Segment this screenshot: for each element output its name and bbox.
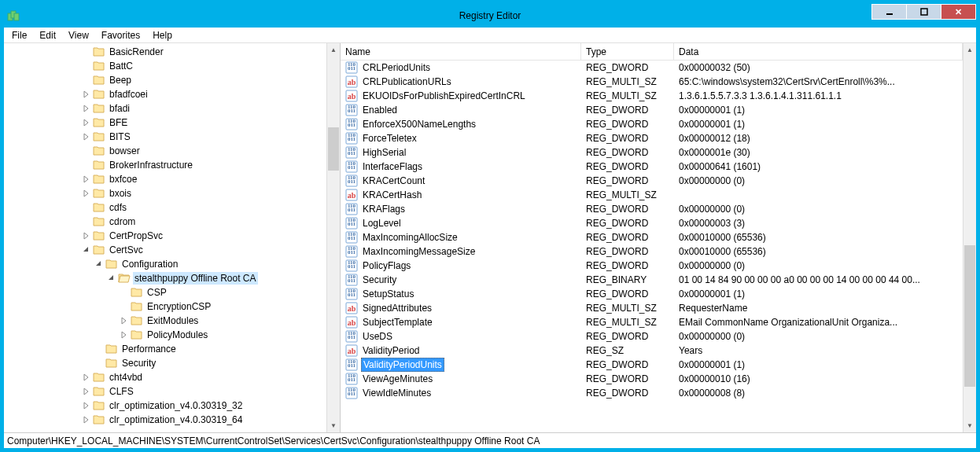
value-row[interactable]: UseDSREG_DWORD0x00000000 (0) xyxy=(341,329,963,344)
menu-file[interactable]: File xyxy=(6,28,33,42)
value-row[interactable]: EnabledREG_DWORD0x00000001 (1) xyxy=(341,103,963,117)
tree-label: PolicyModules xyxy=(146,329,209,341)
value-row[interactable]: ValidityPeriodUnitsREG_DWORD0x00000001 (… xyxy=(341,358,963,372)
tree-item[interactable]: clr_optimization_v4.0.30319_64 xyxy=(6,413,326,427)
scroll-up-icon[interactable]: ▲ xyxy=(327,43,340,57)
value-row[interactable]: ViewAgeMinutesREG_DWORD0x00000010 (16) xyxy=(341,372,963,386)
value-row[interactable]: SubjectTemplateREG_MULTI_SZEMail CommonN… xyxy=(341,315,963,329)
tree-item[interactable]: EncryptionCSP xyxy=(6,299,326,314)
value-row[interactable]: MaxIncomingAllocSizeREG_DWORD0x00010000 … xyxy=(341,230,963,244)
value-row[interactable]: SecurityREG_BINARY01 00 14 84 90 00 00 0… xyxy=(341,273,963,287)
value-row[interactable]: LogLevelREG_DWORD0x00000003 (3) xyxy=(341,216,963,230)
reg-binary-icon xyxy=(345,118,358,130)
value-row[interactable]: ValidityPeriodREG_SZYears xyxy=(341,344,963,358)
tree-item[interactable]: bowser xyxy=(6,144,326,158)
expand-icon[interactable] xyxy=(81,103,92,114)
expand-icon[interactable] xyxy=(81,188,92,199)
tree-item[interactable]: CertSvc xyxy=(6,243,326,257)
expand-icon[interactable] xyxy=(81,400,92,411)
value-row[interactable]: InterfaceFlagsREG_DWORD0x00000641 (1601) xyxy=(341,160,963,174)
tree-item[interactable]: BasicRender xyxy=(6,45,326,59)
value-row[interactable]: EKUOIDsForPublishExpiredCertInCRLREG_MUL… xyxy=(341,89,963,103)
menu-help[interactable]: Help xyxy=(146,28,179,42)
menu-edit[interactable]: Edit xyxy=(33,28,62,42)
list-scrollbar[interactable]: ▲ ▼ xyxy=(963,43,976,432)
column-header-name[interactable]: Name xyxy=(341,43,581,60)
value-name: Security xyxy=(361,274,398,286)
expand-icon[interactable] xyxy=(81,414,92,425)
tree-item[interactable]: bfadi xyxy=(6,101,326,116)
value-row[interactable]: SignedAttributesREG_MULTI_SZRequesterNam… xyxy=(341,301,963,315)
tree-scrollbar[interactable]: ▲ ▼ xyxy=(326,43,340,432)
svg-rect-8 xyxy=(886,13,893,15)
tree-item[interactable]: BattC xyxy=(6,59,326,73)
tree-item[interactable]: bxfcoe xyxy=(6,172,326,186)
value-row[interactable]: ViewIdleMinutesREG_DWORD0x00000008 (8) xyxy=(341,386,963,400)
value-row[interactable]: EnforceX500NameLengthsREG_DWORD0x0000000… xyxy=(341,117,963,131)
expand-icon[interactable] xyxy=(81,372,92,383)
collapse-icon[interactable] xyxy=(106,273,117,284)
tree-item[interactable]: Performance xyxy=(6,342,326,356)
expand-icon[interactable] xyxy=(81,230,92,241)
scroll-up-icon[interactable]: ▲ xyxy=(963,43,976,57)
tree-item[interactable]: cdfs xyxy=(6,200,326,215)
tree-item[interactable]: PolicyModules xyxy=(6,328,326,342)
scroll-down-icon[interactable]: ▼ xyxy=(963,419,976,432)
column-header-type[interactable]: Type xyxy=(581,43,674,60)
tree-item[interactable]: stealthpuppy Offline Root CA xyxy=(6,271,326,285)
value-row[interactable]: KRAFlagsREG_DWORD0x00000000 (0) xyxy=(341,202,963,216)
value-name: LogLevel xyxy=(361,217,403,230)
tree-item[interactable]: clr_optimization_v4.0.30319_32 xyxy=(6,399,326,413)
tree-item[interactable]: Beep xyxy=(6,73,326,87)
expand-icon[interactable] xyxy=(81,89,92,100)
value-row[interactable]: HighSerialREG_DWORD0x0000001e (30) xyxy=(341,145,963,160)
close-button[interactable]: ✕ xyxy=(941,4,976,20)
reg-string-icon xyxy=(345,90,358,102)
value-row[interactable]: CRLPeriodUnitsREG_DWORD0x00000032 (50) xyxy=(341,61,963,75)
expand-icon[interactable] xyxy=(81,131,92,142)
tree-item[interactable]: CertPropSvc xyxy=(6,229,326,243)
tree-item[interactable]: Security xyxy=(6,356,326,370)
scroll-down-icon[interactable]: ▼ xyxy=(327,419,340,432)
reg-binary-icon xyxy=(345,387,358,399)
collapse-icon[interactable] xyxy=(94,259,105,270)
scroll-thumb[interactable] xyxy=(964,245,975,387)
value-row[interactable]: ForceTeletexREG_DWORD0x00000012 (18) xyxy=(341,131,963,145)
tree-item[interactable]: bfadfcoei xyxy=(6,87,326,101)
folder-icon xyxy=(93,60,105,72)
tree-item[interactable]: CLFS xyxy=(6,384,326,399)
value-row[interactable]: MaxIncomingMessageSizeREG_DWORD0x0001000… xyxy=(341,244,963,259)
expand-icon[interactable] xyxy=(81,174,92,185)
tree-item[interactable]: ExitModules xyxy=(6,314,326,328)
expand-icon[interactable] xyxy=(119,329,130,340)
menu-favorites[interactable]: Favorites xyxy=(95,28,146,42)
value-row[interactable]: CRLPublicationURLsREG_MULTI_SZ65:C:\wind… xyxy=(341,75,963,89)
maximize-button[interactable] xyxy=(906,4,941,20)
menu-view[interactable]: View xyxy=(62,28,95,42)
tree-item[interactable]: cht4vbd xyxy=(6,370,326,384)
folder-icon xyxy=(105,343,118,355)
tree-item[interactable]: Configuration xyxy=(6,257,326,271)
tree-label: BFE xyxy=(108,116,129,129)
expand-icon[interactable] xyxy=(81,117,92,128)
folder-icon xyxy=(131,300,143,313)
value-name: ValidityPeriodUnits xyxy=(361,358,444,372)
tree-item[interactable]: BFE xyxy=(6,116,326,130)
value-row[interactable]: KRACertHashREG_MULTI_SZ xyxy=(341,188,963,202)
tree-item[interactable]: BITS xyxy=(6,130,326,144)
value-row[interactable]: KRACertCountREG_DWORD0x00000000 (0) xyxy=(341,174,963,188)
value-name: ValidityPeriod xyxy=(361,344,421,357)
value-row[interactable]: PolicyFlagsREG_DWORD0x00000000 (0) xyxy=(341,259,963,273)
expand-icon[interactable] xyxy=(119,315,130,326)
expand-icon[interactable] xyxy=(81,386,92,397)
scroll-thumb[interactable] xyxy=(328,127,339,171)
minimize-button[interactable] xyxy=(871,4,907,20)
tree-item[interactable]: CSP xyxy=(6,285,326,299)
tree-item[interactable]: bxois xyxy=(6,186,326,200)
collapse-icon[interactable] xyxy=(81,244,92,255)
tree-item[interactable]: cdrom xyxy=(6,215,326,229)
tree-item[interactable]: BrokerInfrastructure xyxy=(6,158,326,172)
value-row[interactable]: SetupStatusREG_DWORD0x00000001 (1) xyxy=(341,287,963,301)
reg-string-icon xyxy=(345,302,358,314)
column-header-data[interactable]: Data xyxy=(674,43,963,60)
